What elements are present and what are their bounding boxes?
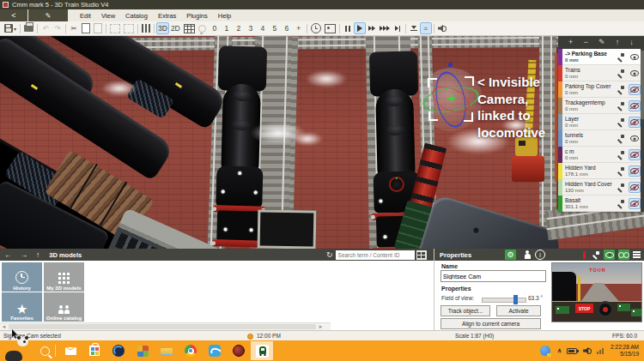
camera-settings-button[interactable]: ⚙ bbox=[505, 250, 516, 260]
tile-history[interactable]: History bbox=[2, 262, 42, 292]
visibility-toggle[interactable] bbox=[629, 100, 641, 111]
track-object-button[interactable]: Track object... bbox=[440, 305, 490, 316]
tile-favorites[interactable]: ★ Favorites bbox=[2, 292, 42, 322]
screenshot-button[interactable] bbox=[323, 22, 337, 34]
menu-extras[interactable]: Extras bbox=[153, 12, 181, 20]
speed-4-button[interactable]: 4 bbox=[257, 22, 269, 34]
pin-icon[interactable] bbox=[617, 102, 625, 110]
layer-row[interactable]: Trains0 mm bbox=[558, 65, 644, 81]
record-button[interactable] bbox=[408, 22, 420, 34]
grid-button[interactable] bbox=[182, 22, 197, 34]
fov-slider-thumb[interactable] bbox=[513, 295, 518, 304]
taskbar-store[interactable] bbox=[88, 344, 101, 358]
camera-preview-image[interactable]: TOUR STOP bbox=[551, 262, 642, 322]
visibility-toggle[interactable] bbox=[629, 149, 641, 160]
move-layer-down-button[interactable]: ↓ bbox=[629, 39, 634, 46]
camera-gizmo[interactable] bbox=[417, 66, 484, 133]
layer-row[interactable]: Layer0 mm bbox=[558, 114, 644, 130]
visibility-toggle[interactable] bbox=[629, 165, 641, 177]
models-horizontal-scrollbar[interactable]: ◂ ▸ bbox=[0, 322, 331, 330]
taskbar-chrome[interactable] bbox=[184, 344, 197, 358]
select-all-button[interactable] bbox=[122, 22, 136, 34]
speed-0-button[interactable]: 0 bbox=[209, 22, 221, 34]
back-button[interactable]: < bbox=[0, 9, 27, 21]
sound-button[interactable] bbox=[436, 22, 448, 34]
speed-3-button[interactable]: 3 bbox=[245, 22, 257, 34]
speed-2-button[interactable]: 2 bbox=[233, 22, 245, 34]
layer-row[interactable]: Parking Top Cover0 mm bbox=[558, 81, 644, 98]
info-icon[interactable]: i bbox=[535, 250, 545, 260]
pin-icon[interactable] bbox=[617, 69, 625, 77]
taskbar-train-studio-active[interactable] bbox=[251, 341, 273, 360]
cut-button[interactable]: ✂ bbox=[68, 22, 80, 34]
tray-speaker-icon[interactable] bbox=[583, 347, 592, 355]
taskbar-search-button[interactable] bbox=[38, 344, 52, 358]
add-layer-button[interactable]: + bbox=[568, 39, 573, 46]
visibility-toggle[interactable] bbox=[629, 133, 641, 144]
menu-catalog[interactable]: Catalog bbox=[120, 12, 153, 20]
layer-row[interactable]: Hidden Yard178.1 mm bbox=[558, 163, 644, 179]
pin-icon[interactable] bbox=[617, 118, 625, 126]
nav-back-button[interactable]: ← bbox=[0, 250, 16, 259]
taskbar-app-darkred[interactable] bbox=[232, 344, 246, 358]
grid-view-button[interactable] bbox=[416, 250, 427, 260]
walk-mode-icon[interactable] bbox=[524, 250, 531, 260]
preview-visibility-toggle[interactable] bbox=[604, 250, 615, 260]
move-layer-up-button[interactable]: ↑ bbox=[616, 39, 620, 46]
menu-view[interactable]: View bbox=[96, 12, 120, 20]
tray-clock[interactable]: 2:22:28 AM 5/15/19 bbox=[611, 344, 639, 358]
layer-row[interactable]: Basalt301.1 mm bbox=[558, 196, 644, 212]
taskbar-photos[interactable] bbox=[136, 344, 149, 358]
fov-slider[interactable] bbox=[482, 298, 526, 303]
visibility-toggle[interactable] bbox=[629, 51, 641, 63]
tile-online-catalog[interactable]: Online catalog bbox=[44, 292, 84, 322]
visibility-toggle[interactable] bbox=[629, 68, 641, 79]
tray-network-app[interactable] bbox=[538, 344, 552, 358]
layer-row[interactable]: tunnels0 mm bbox=[558, 130, 644, 147]
taskbar-app-blue[interactable] bbox=[208, 344, 222, 358]
visibility-toggle[interactable] bbox=[629, 198, 641, 209]
layer-list-button[interactable] bbox=[140, 22, 152, 34]
taskbar-app-swirl[interactable] bbox=[112, 344, 125, 358]
paste-button[interactable] bbox=[80, 22, 92, 34]
visibility-toggle[interactable] bbox=[629, 182, 641, 193]
layer-row[interactable]: Trackagemtemp0 mm bbox=[558, 98, 644, 114]
activate-button[interactable]: Activate bbox=[496, 305, 541, 316]
menu-help[interactable]: Help bbox=[213, 12, 236, 20]
tile-my-3d-models[interactable]: My 3D models bbox=[44, 262, 84, 292]
redo-button[interactable]: ↷ bbox=[52, 22, 64, 34]
pin-icon[interactable] bbox=[617, 184, 625, 191]
scroll-right-button[interactable]: ▸ bbox=[317, 323, 325, 330]
unlink-camera-button[interactable] bbox=[618, 250, 629, 260]
start-button-panda[interactable] bbox=[3, 335, 29, 361]
view-3d-button[interactable]: 3D bbox=[156, 22, 169, 34]
layers-scrollbar[interactable] bbox=[641, 49, 644, 212]
edit-mode-button[interactable]: ✎ bbox=[28, 9, 68, 21]
light-button[interactable] bbox=[197, 22, 209, 34]
scrollbar-thumb[interactable] bbox=[9, 324, 316, 329]
scroll-left-button[interactable]: ◂ bbox=[0, 323, 8, 330]
fast-forward-button[interactable] bbox=[366, 22, 378, 34]
speed-add-button[interactable]: + bbox=[293, 22, 305, 34]
layer-row[interactable]: -> Parking Base0 mm bbox=[558, 49, 644, 65]
remove-layer-button[interactable]: − bbox=[584, 39, 588, 46]
visibility-toggle[interactable] bbox=[629, 84, 641, 95]
track-view-button[interactable]: = bbox=[420, 22, 432, 34]
scrollbar-thumb[interactable] bbox=[641, 51, 644, 119]
nav-forward-button[interactable]: → bbox=[16, 250, 33, 259]
pin-icon[interactable] bbox=[617, 135, 625, 142]
camera-name-input[interactable] bbox=[440, 270, 546, 282]
select-tool-button[interactable] bbox=[108, 22, 122, 34]
search-input[interactable] bbox=[336, 250, 415, 260]
nav-up-button[interactable]: ↑ bbox=[32, 250, 44, 259]
print-button[interactable] bbox=[22, 22, 35, 34]
layer-row[interactable]: c m0 mm bbox=[558, 147, 644, 163]
battery-icon[interactable] bbox=[567, 348, 577, 354]
view-2d-button[interactable]: 2D bbox=[169, 22, 182, 34]
speed-5-button[interactable]: 5 bbox=[269, 22, 281, 34]
viewport-3d[interactable]: < Invisible Camera, linked to locomotive bbox=[0, 36, 644, 249]
timer-button[interactable] bbox=[309, 22, 323, 34]
menu-edit[interactable]: Edit bbox=[75, 12, 96, 20]
pin-icon[interactable] bbox=[617, 86, 625, 93]
pin-icon[interactable] bbox=[617, 151, 625, 159]
